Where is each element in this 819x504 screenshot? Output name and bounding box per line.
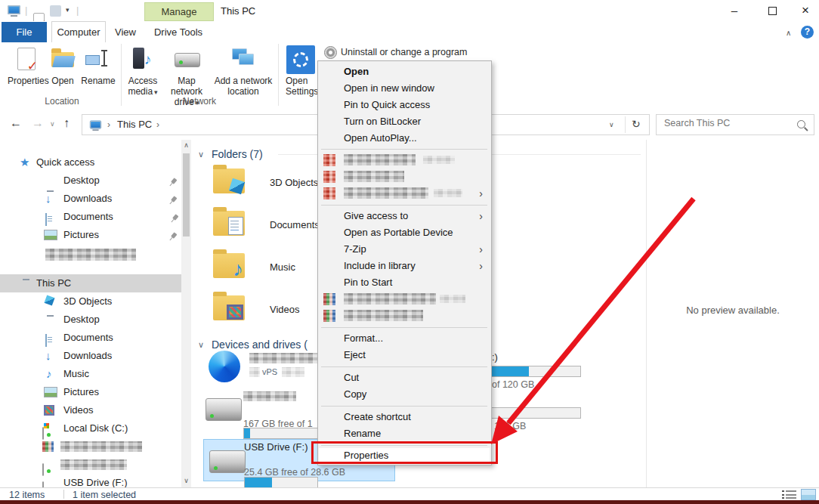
map-network-drive-ribbon-button[interactable]: Map network drive <box>162 45 212 98</box>
breadcrumb-chevron-icon2[interactable]: › <box>156 119 159 130</box>
menu-item-blurred-1[interactable] <box>319 152 490 169</box>
recent-locations-icon[interactable]: ∨ <box>50 120 55 128</box>
menu-item-blurred-5[interactable] <box>319 308 490 324</box>
search-input[interactable] <box>663 117 794 129</box>
minimize-button-icon[interactable]: – <box>719 0 749 21</box>
menu-item-blurred-2[interactable] <box>319 169 490 185</box>
menu-item-pin-to-start[interactable]: Pin to Start <box>319 274 490 291</box>
open-settings-ribbon-button[interactable]: Open Settings <box>285 44 317 103</box>
sidebar-item-videos[interactable]: Videos <box>0 401 181 419</box>
view-details-icon[interactable] <box>786 490 796 499</box>
breadcrumb-chevron-icon[interactable]: › <box>107 119 110 130</box>
videos-icon <box>44 405 54 416</box>
qat-folder-icon[interactable] <box>50 5 61 17</box>
tab-file[interactable]: File <box>2 22 47 42</box>
title-bar: | ✓ ▾ | Manage This PC – × <box>0 0 819 21</box>
menu-item-open-new-window[interactable]: Open in new window <box>319 80 490 97</box>
menu-item-pin-quick-access[interactable]: Pin to Quick access <box>319 97 490 113</box>
sidebar-item-local-disk-c[interactable]: Local Disk (C:) <box>0 419 181 438</box>
access-media-ribbon-button[interactable]: ♪ Access media <box>125 45 160 98</box>
sidebar-item-desktop-pinned[interactable]: Desktop <box>0 172 181 190</box>
back-icon[interactable]: ← <box>10 116 22 130</box>
sidebar-item-this-pc[interactable]: This PC <box>0 274 181 292</box>
menu-item-7zip[interactable]: 7-Zip› <box>319 241 490 258</box>
open-ribbon-button[interactable]: Open <box>47 45 79 95</box>
folder-tile-documents[interactable]: Documents <box>212 207 332 246</box>
collapse-folders-icon[interactable]: ∨ <box>198 150 204 159</box>
tab-computer[interactable]: Computer <box>51 21 106 42</box>
drive-tile-fragment-120gb[interactable]: :) of 120 GB <box>490 350 596 395</box>
scrollbar-thumb[interactable] <box>183 153 190 237</box>
sidebar-scrollbar[interactable]: ∧ ∨ <box>181 140 191 487</box>
settings-gear-icon <box>286 45 315 74</box>
breadcrumb-location[interactable]: This PC <box>117 119 152 130</box>
sidebar-item-music[interactable]: ♪ Music <box>0 365 181 383</box>
menu-item-open[interactable]: Open <box>319 63 490 80</box>
sidebar-item-3d-objects[interactable]: 3D Objects <box>0 292 181 311</box>
qat-separator2: | <box>76 5 79 16</box>
folder-tile-music[interactable]: ♪ Music <box>212 249 332 289</box>
sidebar-item-downloads-pinned[interactable]: ↓ Downloads <box>0 190 181 208</box>
rename-ribbon-button[interactable]: Rename <box>80 45 116 95</box>
pin-icon <box>165 230 179 244</box>
sidebar-item-downloads[interactable]: ↓ Downloads <box>0 347 181 365</box>
drive-tile-fragment-177gb[interactable]: 177 GB <box>490 403 596 436</box>
properties-ribbon-button[interactable]: ✓ Properties <box>8 45 45 95</box>
minimize-ribbon-icon[interactable]: ∧ <box>786 29 791 37</box>
qat-dropdown-icon[interactable]: ▾ <box>66 6 70 14</box>
view-thumbnails-icon[interactable] <box>801 489 816 500</box>
search-box[interactable] <box>656 114 814 135</box>
sidebar-item-blurred[interactable] <box>45 249 136 261</box>
address-dropdown-icon[interactable]: ∨ <box>609 121 614 128</box>
folders-group-header[interactable]: Folders (7) <box>212 148 263 160</box>
capacity-bar <box>243 428 319 439</box>
menu-item-copy[interactable]: Copy <box>319 386 490 403</box>
tab-view[interactable]: View <box>109 22 142 42</box>
menu-item-include-in-library[interactable]: Include in library› <box>319 258 490 274</box>
menu-item-rename[interactable]: Rename <box>319 425 490 442</box>
open-folder-icon <box>51 52 74 67</box>
up-icon[interactable]: ↑ <box>63 116 70 130</box>
usb-drive-icon <box>209 450 246 473</box>
scroll-up-icon[interactable]: ∧ <box>181 141 191 149</box>
sidebar-item-usb-drive[interactable]: USB Drive (F:) <box>0 474 181 487</box>
manage-contextual-tab[interactable]: Manage <box>144 2 214 21</box>
add-network-location-ribbon-button[interactable]: Add a network location <box>213 45 274 98</box>
drive-icon <box>206 398 242 421</box>
sidebar-item-blurred-2[interactable] <box>0 438 181 456</box>
sidebar-item-pictures[interactable]: Pictures <box>0 383 181 401</box>
blurred-icon <box>323 293 335 305</box>
menu-item-blurred-4[interactable] <box>319 291 490 308</box>
menu-item-format[interactable]: Format... <box>319 330 490 347</box>
help-icon[interactable]: ? <box>801 26 814 39</box>
menu-item-open-portable-device[interactable]: Open as Portable Device <box>319 224 490 241</box>
refresh-icon[interactable]: ↻ <box>632 118 641 130</box>
menu-item-create-shortcut[interactable]: Create shortcut <box>319 409 490 425</box>
collapse-devices-icon[interactable]: ∨ <box>198 340 204 350</box>
rename-icon <box>85 55 100 65</box>
folder-tile-3d-objects[interactable]: 3D Objects <box>212 165 332 204</box>
menu-item-blurred-3[interactable]: › <box>319 185 490 202</box>
tab-drive-tools[interactable]: Drive Tools <box>144 22 212 42</box>
maximize-button-icon[interactable] <box>757 0 787 21</box>
sidebar-item-pictures-pinned[interactable]: Pictures <box>0 226 181 244</box>
sidebar-item-documents[interactable]: Documents <box>0 329 181 347</box>
uninstall-program-button[interactable]: Uninstall or change a program <box>320 44 493 60</box>
menu-item-open-autoplay[interactable]: Open AutoPlay... <box>319 130 490 147</box>
sidebar-item-desktop[interactable]: Desktop <box>0 311 181 329</box>
sidebar-item-documents-pinned[interactable]: Documents <box>0 208 181 226</box>
menu-item-turn-on-bitlocker[interactable]: Turn on BitLocker <box>319 113 490 130</box>
menu-item-eject[interactable]: Eject <box>319 347 490 363</box>
menu-item-give-access-to[interactable]: Give access to› <box>319 208 490 224</box>
folder-tile-videos[interactable]: Videos <box>212 292 332 331</box>
menu-item-cut[interactable]: Cut <box>319 369 490 386</box>
downloads-icon: ↓ <box>45 190 51 208</box>
close-button-icon[interactable]: × <box>790 0 819 21</box>
sidebar-item-quick-access[interactable]: ★ Quick access <box>0 153 181 172</box>
app-computer-icon <box>8 5 20 14</box>
forward-icon[interactable]: → <box>32 116 44 130</box>
sidebar-item-blurred-3[interactable] <box>0 456 181 474</box>
pin-icon <box>165 176 179 190</box>
scroll-down-icon[interactable]: ∨ <box>181 477 191 484</box>
map-network-drive-icon <box>175 53 200 67</box>
